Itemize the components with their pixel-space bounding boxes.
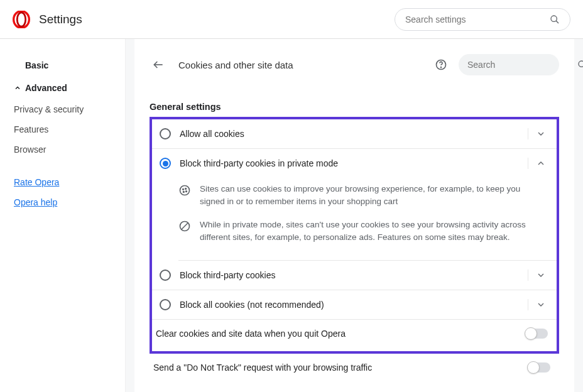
sidebar: Basic Advanced Privacy & security Featur…: [0, 39, 126, 392]
toggle-clear-on-quit[interactable]: [525, 329, 548, 339]
page-search-input[interactable]: [467, 60, 577, 70]
option-block-third-private[interactable]: Block third-party cookies in private mod…: [152, 148, 557, 178]
option-description-panel: Sites can use cookies to improve your br…: [152, 178, 557, 260]
svg-point-13: [186, 191, 187, 192]
sidebar-item-features[interactable]: Features: [0, 119, 125, 139]
chevron-up-icon: [14, 84, 21, 92]
description-row: While in private mode, sites can't use y…: [178, 214, 544, 249]
expand-button[interactable]: [528, 128, 553, 139]
description-text: While in private mode, sites can't use y…: [200, 219, 544, 244]
sidebar-link-rate[interactable]: Rate Opera: [0, 172, 125, 192]
sidebar-section-basic[interactable]: Basic: [0, 54, 125, 77]
option-block-third[interactable]: Block third-party cookies: [152, 261, 557, 290]
svg-point-0: [14, 11, 30, 28]
svg-point-9: [180, 186, 190, 195]
option-label: Allow all cookies: [180, 129, 528, 139]
page-title: Cookies and other site data: [178, 60, 435, 70]
global-search[interactable]: [395, 8, 570, 31]
svg-point-7: [579, 61, 583, 67]
page-header: Cookies and other site data: [150, 50, 559, 79]
search-icon: [577, 60, 583, 70]
sidebar-item-browser[interactable]: Browser: [0, 139, 125, 160]
setting-do-not-track: Send a "Do Not Track" request with your …: [150, 354, 559, 381]
expand-button[interactable]: [528, 299, 553, 310]
help-icon[interactable]: [435, 58, 447, 71]
collapse-button[interactable]: [528, 158, 553, 169]
option-label: Block all cookies (not recommended): [180, 300, 528, 310]
svg-line-15: [182, 223, 188, 229]
page-search[interactable]: [459, 54, 559, 75]
sidebar-section-advanced[interactable]: Advanced: [0, 77, 125, 99]
radio-block-all[interactable]: [160, 299, 171, 310]
settings-panel: Cookies and other site data General sett…: [134, 39, 574, 392]
setting-label: Send a "Do Not Track" request with your …: [153, 362, 528, 373]
search-icon: [550, 14, 560, 24]
back-button[interactable]: [150, 56, 167, 74]
svg-line-3: [556, 21, 558, 23]
svg-point-11: [185, 188, 187, 190]
sidebar-item-privacy[interactable]: Privacy & security: [0, 99, 125, 119]
app-title: Settings: [39, 13, 82, 26]
option-block-all[interactable]: Block all cookies (not recommended): [152, 290, 557, 319]
option-label: Block third-party cookies: [180, 270, 528, 280]
svg-point-6: [441, 67, 442, 68]
svg-point-2: [551, 16, 557, 21]
radio-allow-all[interactable]: [160, 128, 171, 139]
svg-point-1: [17, 12, 25, 26]
option-allow-all[interactable]: Allow all cookies: [152, 119, 557, 148]
description-row: Sites can use cookies to improve your br…: [178, 178, 544, 214]
setting-clear-on-quit: Clear cookies and site data when you qui…: [152, 319, 557, 347]
svg-point-10: [183, 189, 184, 190]
opera-logo-icon: [13, 11, 30, 28]
svg-point-12: [183, 192, 185, 193]
radio-block-third-private[interactable]: [160, 158, 171, 169]
cookie-options-highlight: Allow all cookies Block third-party cook…: [150, 117, 559, 354]
description-text: Sites can use cookies to improve your br…: [200, 183, 544, 209]
app-header: Settings: [0, 0, 583, 39]
global-search-input[interactable]: [405, 14, 550, 24]
option-label: Block third-party cookies in private mod…: [180, 158, 528, 168]
block-icon: [178, 220, 191, 232]
radio-block-third[interactable]: [160, 270, 171, 281]
sidebar-link-help[interactable]: Opera help: [0, 192, 125, 212]
section-title: General settings: [150, 102, 559, 112]
setting-label: Clear cookies and site data when you qui…: [156, 329, 525, 339]
expand-button[interactable]: [528, 270, 553, 281]
cookie-icon: [178, 184, 191, 197]
toggle-do-not-track[interactable]: [528, 362, 550, 373]
